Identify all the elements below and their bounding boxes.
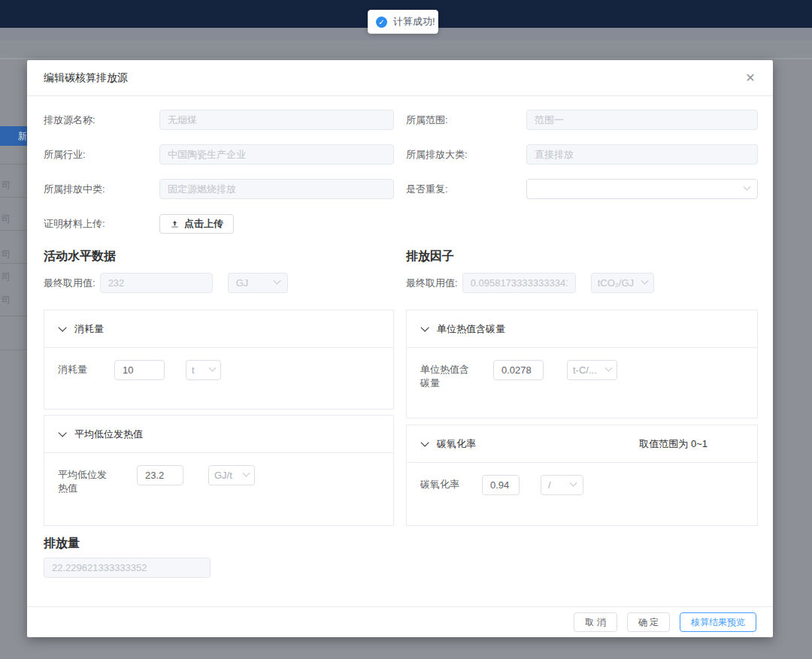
oxidation-rate-panel-body: 碳氧化率 /	[407, 463, 757, 507]
calc-sections: 活动水平数据 最终取用值: GJ 消耗量	[44, 234, 758, 526]
collapse-chevron-icon	[58, 323, 66, 331]
toast-message: 计算成功!	[393, 15, 435, 29]
factor-final-row: 最终取用值: tCO₂/GJ	[406, 273, 758, 293]
form-row-major-category: 所属排放大类:	[406, 144, 758, 165]
dialog-body: 排放源名称: 所属行业: 所属排放中类: 证明材料上传:	[27, 96, 773, 578]
form-row-source-name: 排放源名称:	[44, 110, 394, 130]
major-category-input	[526, 144, 758, 165]
upload-button-label: 点击上传	[184, 217, 223, 231]
factor-final-input	[462, 273, 576, 293]
background-row-divider	[0, 164, 27, 165]
oxidation-rate-label: 碳氧化率	[420, 475, 473, 491]
activity-final-unit-select: GJ	[228, 273, 288, 293]
chevron-down-icon	[570, 479, 577, 487]
activity-section: 活动水平数据 最终取用值: GJ 消耗量	[44, 234, 394, 526]
cancel-button[interactable]: 取 消	[574, 612, 617, 632]
heating-value-panel-header[interactable]: 平均低位发热值	[44, 416, 393, 453]
oxidation-rate-unit: /	[548, 479, 566, 491]
activity-final-unit: GJ	[236, 277, 270, 289]
dialog-title: 编辑碳核算排放源	[44, 71, 128, 85]
form-row-is-duplicate: 是否重复:	[406, 179, 758, 199]
heating-value-label: 平均低位发热值	[58, 465, 111, 495]
oxidation-rate-panel-header[interactable]: 碳氧化率 取值范围为 0~1	[407, 425, 757, 463]
form-row-upload: 证明材料上传: 点击上传	[44, 214, 394, 234]
heating-value-panel-body: 平均低位发热值 GJ/t	[44, 453, 393, 507]
consumption-unit-select[interactable]: t	[186, 360, 221, 380]
industry-input	[159, 144, 394, 165]
chevron-down-icon	[744, 183, 751, 191]
mid-category-input	[159, 179, 394, 199]
collapse-chevron-icon	[420, 438, 429, 446]
consumption-panel-title: 消耗量	[74, 322, 104, 336]
heating-value-input[interactable]	[137, 465, 183, 485]
carbon-content-panel: 单位热值含碳量 单位热值含碳量 t-C/...	[406, 310, 758, 419]
oxidation-rate-input[interactable]	[482, 475, 520, 495]
form-left-column: 排放源名称: 所属行业: 所属排放中类: 证明材料上传:	[44, 96, 394, 234]
activity-panels: 消耗量 消耗量 t	[44, 310, 394, 526]
factor-final-label: 最终取用值:	[406, 277, 458, 290]
activity-final-input	[100, 273, 213, 293]
background-row-divider	[0, 263, 27, 264]
form-row-scope: 所属范围:	[406, 110, 758, 130]
form-row-mid-category: 所属排放中类:	[44, 179, 394, 199]
source-name-input	[159, 110, 394, 130]
heating-value-panel: 平均低位发热值 平均低位发热值 GJ/t	[44, 415, 394, 526]
emission-section-title: 排放量	[44, 535, 758, 552]
success-toast: ✓ 计算成功!	[368, 10, 438, 34]
form-right-column: 所属范围: 所属排放大类: 是否重复:	[406, 96, 758, 234]
activity-section-title: 活动水平数据	[44, 248, 394, 265]
confirm-button[interactable]: 确 定	[627, 612, 670, 632]
background-row-divider	[0, 230, 27, 231]
emission-amount-input	[44, 558, 211, 578]
factor-final-unit-select: tCO₂/GJ	[591, 273, 654, 293]
collapse-chevron-icon	[58, 428, 66, 437]
chevron-down-icon	[605, 364, 613, 372]
heating-value-panel-title: 平均低位发热值	[74, 428, 143, 441]
is-duplicate-select[interactable]	[526, 179, 758, 199]
oxidation-rate-unit-select[interactable]: /	[541, 475, 583, 495]
dialog-header: 编辑碳核算排放源	[27, 60, 773, 96]
oxidation-rate-panel: 碳氧化率 取值范围为 0~1 碳氧化率 /	[406, 425, 758, 526]
background-row-divider	[0, 349, 27, 350]
mid-category-label: 所属排放中类:	[44, 183, 159, 196]
close-icon[interactable]: ✕	[741, 69, 759, 87]
chevron-down-icon	[243, 470, 250, 477]
carbon-content-panel-body: 单位热值含碳量 t-C/...	[407, 348, 757, 402]
background-table-text: 司	[2, 294, 27, 307]
industry-label: 所属行业:	[44, 148, 159, 162]
background-band	[0, 41, 812, 59]
major-category-label: 所属排放大类:	[406, 148, 526, 162]
consumption-input[interactable]	[114, 360, 165, 380]
background-table-text: 司	[2, 179, 27, 192]
scope-label: 所属范围:	[406, 113, 526, 127]
carbon-content-panel-header[interactable]: 单位热值含碳量	[407, 310, 757, 348]
chevron-down-icon	[641, 277, 648, 285]
activity-final-row: 最终取用值: GJ	[44, 273, 394, 293]
upload-icon	[170, 219, 180, 229]
form-row-industry: 所属行业:	[44, 144, 394, 165]
scope-input	[526, 110, 758, 130]
oxidation-rate-panel-title: 碳氧化率	[437, 437, 476, 451]
carbon-content-unit-select[interactable]: t-C/...	[567, 360, 617, 380]
upload-label: 证明材料上传:	[44, 217, 159, 231]
carbon-content-label: 单位热值含碳量	[420, 360, 473, 390]
collapse-chevron-icon	[420, 323, 429, 331]
consumption-label: 消耗量	[58, 360, 105, 376]
factor-section: 排放因子 最终取用值: tCO₂/GJ 单位热值含碳量	[406, 234, 758, 526]
factor-panels: 单位热值含碳量 单位热值含碳量 t-C/...	[406, 310, 758, 526]
consumption-unit: t	[192, 364, 205, 376]
heating-value-unit-select[interactable]: GJ/t	[208, 465, 255, 485]
activity-final-label: 最终取用值:	[44, 277, 95, 290]
carbon-content-input[interactable]	[493, 360, 544, 380]
background-divider	[0, 58, 812, 59]
dialog-footer: 取 消 确 定 核算结果预览	[27, 606, 773, 637]
oxidation-rate-range-hint: 取值范围为 0~1	[639, 437, 707, 451]
source-name-label: 排放源名称:	[44, 113, 159, 127]
consumption-panel-header[interactable]: 消耗量	[44, 310, 393, 348]
check-circle-icon: ✓	[376, 17, 387, 28]
upload-button[interactable]: 点击上传	[159, 214, 234, 234]
preview-result-button[interactable]: 核算结果预览	[680, 612, 756, 632]
background-row-divider	[0, 316, 27, 316]
carbon-content-unit: t-C/...	[573, 364, 601, 376]
background-table-text: 司	[2, 248, 27, 261]
